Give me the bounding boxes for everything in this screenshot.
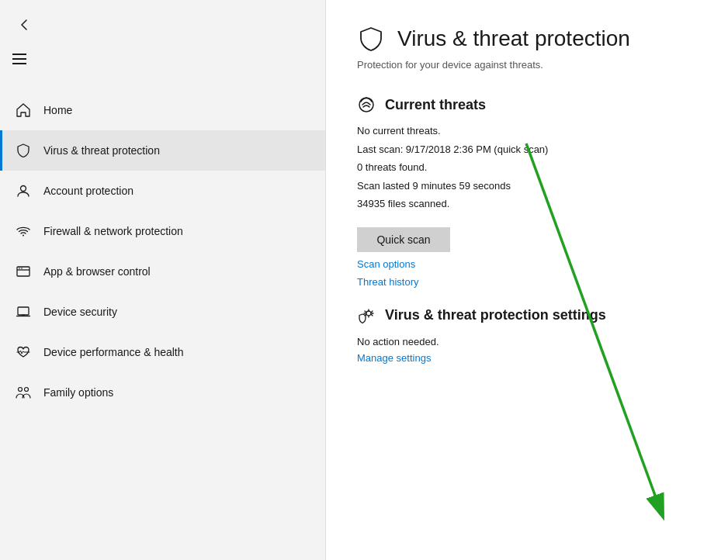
sidebar-item-device-security[interactable]: Device security [0,292,325,332]
protection-settings-title: Virus & threat protection settings [385,307,606,323]
svg-point-5 [21,268,23,269]
wifi-icon [16,223,31,239]
svg-point-9 [19,388,23,392]
svg-point-11 [359,98,373,112]
quick-scan-button[interactable]: Quick scan [357,227,450,252]
family-icon [16,385,31,400]
sidebar-item-virus-label: Virus & threat protection [43,144,160,157]
page-title: Virus & threat protection [397,26,630,51]
current-threats-title: Current threats [385,97,486,113]
sidebar-item-app-browser[interactable]: App & browser control [0,251,325,292]
page-header-icon [357,25,385,53]
protection-settings-header: Virus & threat protection settings [357,306,697,325]
svg-point-4 [19,268,20,269]
back-button[interactable] [12,12,37,37]
svg-point-0 [21,186,26,192]
sidebar: Home Virus & threat protection Account p… [0,0,326,560]
threat-history-link[interactable]: Threat history [357,276,697,288]
browser-icon [16,264,31,279]
sidebar-item-virus-threat[interactable]: Virus & threat protection [0,130,325,171]
scan-duration-text: Scan lasted 9 minutes 59 seconds [357,178,697,194]
sidebar-item-firewall[interactable]: Firewall & network protection [0,211,325,251]
svg-rect-6 [18,307,29,315]
svg-point-10 [25,388,29,392]
files-scanned-text: 34935 files scanned. [357,196,697,212]
sidebar-item-home-label: Home [43,104,72,116]
heart-icon [16,344,31,360]
person-icon [16,183,31,199]
shield-icon [16,143,31,158]
sidebar-item-account[interactable]: Account protection [0,171,325,211]
sidebar-item-firewall-label: Firewall & network protection [43,225,183,237]
last-scan-text: Last scan: 9/17/2018 2:36 PM (quick scan… [357,142,697,157]
nav-menu: Home Virus & threat protection Account p… [0,90,325,413]
svg-point-1 [23,235,24,237]
sidebar-item-home[interactable]: Home [0,90,325,130]
sidebar-top-icons [0,6,325,84]
current-threats-header: Current threats [357,95,697,114]
svg-point-12 [366,311,371,316]
no-threats-text: No current threats. [357,123,697,139]
page-header: Virus & threat protection [357,25,697,53]
page-subtitle: Protection for your device against threa… [357,59,697,71]
manage-settings-link[interactable]: Manage settings [357,352,697,364]
laptop-icon [16,304,31,320]
hamburger-menu[interactable] [12,47,37,71]
main-content: Virus & threat protection Protection for… [326,0,728,560]
sidebar-item-account-label: Account protection [43,185,133,197]
home-icon [16,102,31,118]
sidebar-item-app-browser-label: App & browser control [43,265,151,278]
current-threats-icon [357,95,376,114]
sidebar-item-family-label: Family options [43,386,113,399]
threats-found-text: 0 threats found. [357,160,697,175]
scan-options-link[interactable]: Scan options [357,258,697,270]
sidebar-item-device-security-label: Device security [43,306,117,318]
sidebar-item-family[interactable]: Family options [0,372,325,413]
sidebar-item-perf-label: Device performance & health [43,346,184,358]
sidebar-item-device-performance[interactable]: Device performance & health [0,332,325,372]
protection-settings-icon [357,306,376,325]
no-action-text: No action needed. [357,334,697,350]
